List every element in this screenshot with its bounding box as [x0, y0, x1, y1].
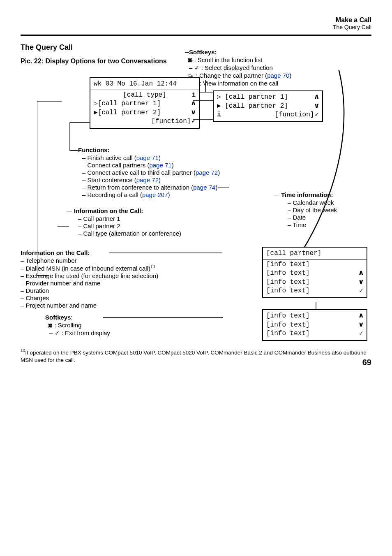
- lcd-bottom-info: [info text]: [266, 287, 310, 296]
- footnote-text: If operated on the PBX systems COMpact 5…: [21, 350, 367, 363]
- func-start-conf: Start conference (page 72): [82, 176, 371, 183]
- info2-dialled-msn: Dialled MSN (in case of inbound external…: [21, 264, 214, 272]
- lcd-bottom-a: [call partner] [info text] [info text]∧ …: [262, 247, 367, 298]
- func-finish: Finish active call (page 71): [82, 154, 371, 161]
- check-icon: ✓: [315, 111, 319, 118]
- footnote-rule: [21, 346, 160, 346]
- info-call-2-title: Information on the Call:: [21, 249, 90, 256]
- time-cal-week: Calendar week: [288, 199, 371, 206]
- lcd-bottom-partner: [call partner]: [266, 249, 363, 258]
- play-solid-icon: ▶: [94, 109, 98, 118]
- lcd-datetime: wk 03 Mo 16.Jan 12:44: [94, 80, 177, 89]
- softkeys-bottom-callout: Softkeys: ∧∨: Scrolling ✓ : Exit from di…: [45, 314, 214, 337]
- info2-project: Project number and name: [21, 302, 214, 309]
- lcd-side-partner1: [call partner 1]: [225, 93, 288, 101]
- lcd-side: ▷ [call partner 1] ∧ ▶ [call partner 2] …: [213, 90, 323, 122]
- play-solid-icon: ▶: [217, 102, 221, 111]
- lcd-diagram-row: wk 03 Mo 16.Jan 12:44 [call type] i ▷[ca…: [21, 68, 371, 134]
- info1-partner2: Call partner 2: [78, 222, 371, 229]
- page-number: 69: [362, 358, 371, 367]
- lower-section: Information on the Call: Telephone numbe…: [21, 249, 371, 337]
- info1-partner1: Call partner 1: [78, 215, 371, 222]
- func-connect-third: Connect active call to third call partne…: [82, 169, 371, 176]
- check-icon: ✓: [191, 117, 196, 126]
- footnote-sup: 10: [21, 348, 25, 353]
- header-subtitle: The Query Call: [21, 24, 371, 30]
- time-info-title: Time information:: [281, 191, 333, 198]
- footnote: 10If operated on the PBX systems COMpact…: [21, 348, 371, 364]
- info-icon: i: [217, 111, 221, 120]
- info2-tel: Telephone number: [21, 257, 214, 264]
- up-icon: ∧: [359, 269, 364, 278]
- lcd-function: [function]: [151, 117, 191, 126]
- info2-exchange-line: Exchange line used (for exchange line se…: [21, 272, 214, 279]
- info-call-callout-2: Information on the Call: Telephone numbe…: [21, 249, 214, 337]
- lcd-call-type: [call type]: [123, 91, 166, 99]
- header-rule: [21, 35, 371, 36]
- info2-provider: Provider number and name: [21, 280, 214, 287]
- figure-caption: Pic. 22: Display Options for two Convers…: [21, 58, 168, 65]
- functions-callout: Functions: Finish active call (page 71) …: [78, 146, 371, 198]
- check-icon: ✓: [359, 287, 363, 296]
- up-icon: ∧: [314, 93, 320, 102]
- info2-duration: Duration: [21, 287, 214, 294]
- info-call-1-list: Call partner 1 Call partner 2 Call type …: [78, 215, 371, 237]
- check-icon: ✓: [359, 329, 363, 338]
- down-icon: ∨: [359, 278, 364, 287]
- softkey2-scroll: ∧∨: Scrolling: [49, 322, 214, 329]
- info-call-callout-1: Information on the Call: Call partner 1 …: [74, 207, 371, 237]
- lcd-bottom-info: [info text]: [266, 269, 310, 278]
- softkey2-exit: ✓ : Exit from display: [49, 329, 214, 337]
- down-icon: ∨: [359, 321, 364, 330]
- lcd-side-partner2: [call partner 2]: [225, 102, 288, 110]
- lcd-bottom-b: [info text]∧ [info text]∨ [info text]✓: [262, 309, 367, 341]
- lcd-bottom-info: [info text]: [266, 329, 310, 338]
- down-icon: ∨: [314, 102, 320, 111]
- lcd-bottom-info: [info text]: [266, 321, 310, 330]
- play-hollow-icon: ▷: [217, 93, 221, 102]
- softkey-scroll: ∧∨: Scroll in the function list: [189, 56, 353, 64]
- softkeys-bottom-list: ∧∨: Scrolling ✓ : Exit from display: [49, 322, 214, 337]
- lcd-partner2: [call partner 2]: [98, 109, 161, 116]
- page-header: Make a Call The Query Call: [21, 16, 371, 30]
- lcd-partner1: [call partner 1]: [98, 100, 161, 107]
- softkeys-top-title: Softkeys:: [189, 49, 217, 56]
- info-icon: i: [191, 91, 196, 100]
- func-connect-partners: Connect call partners (page 71): [82, 162, 371, 169]
- lcd-bottom-info: [info text]: [266, 312, 310, 321]
- info2-charges: Charges: [21, 294, 214, 301]
- softkeys-bottom-title: Softkeys:: [45, 314, 73, 321]
- up-icon: ∧: [191, 100, 196, 109]
- lcd-bottom-info: [info text]: [266, 260, 363, 269]
- functions-title: Functions:: [78, 146, 110, 153]
- header-title: Make a Call: [21, 16, 371, 24]
- info-call-1-title: Information on the Call:: [74, 207, 143, 214]
- play-hollow-icon: ▷: [94, 100, 98, 109]
- down-icon: ∨: [191, 109, 196, 118]
- func-return-conf: Return from conference to alternation (p…: [82, 184, 371, 191]
- up-icon: ∧: [359, 312, 364, 321]
- lcd-side-function: [function]: [274, 111, 314, 118]
- lcd-main: wk 03 Mo 16.Jan 12:44 [call type] i ▷[ca…: [90, 77, 200, 129]
- info-call-2-list: Telephone number Dialled MSN (in case of…: [21, 257, 214, 309]
- lcd-bottom-info: [info text]: [266, 278, 310, 287]
- info1-calltype: Call type (alternation or conference): [78, 230, 371, 237]
